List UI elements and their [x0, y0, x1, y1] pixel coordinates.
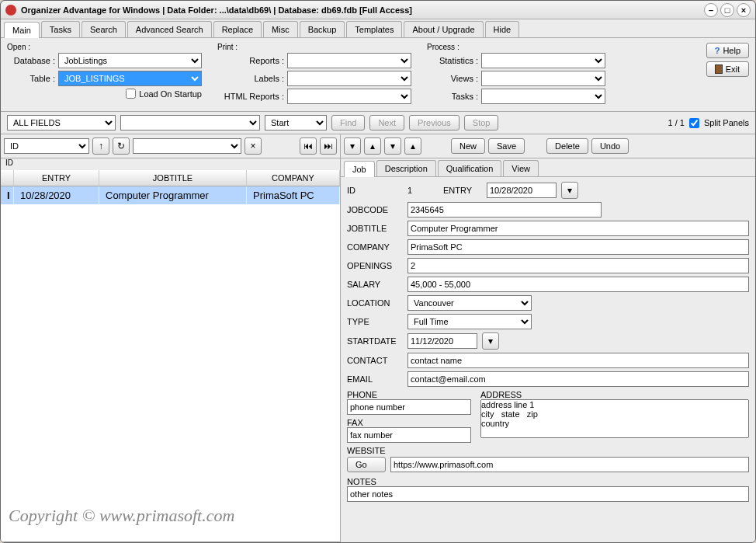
refresh-button[interactable]: ↻ [113, 137, 130, 155]
new-button[interactable]: New [451, 138, 485, 154]
tab-misc[interactable]: Misc [263, 21, 298, 37]
labels-select[interactable] [287, 71, 411, 86]
startdate-picker[interactable]: ▾ [482, 332, 499, 350]
type-select[interactable]: Full Time [407, 314, 532, 329]
address-input[interactable] [480, 399, 749, 438]
sort-select[interactable]: ID [4, 138, 89, 154]
close-button[interactable]: × [737, 3, 751, 17]
contact-label: CONTACT [347, 356, 403, 365]
detail-tab-job[interactable]: Job [344, 161, 375, 177]
door-icon [715, 64, 723, 74]
tab-backup[interactable]: Backup [300, 21, 345, 37]
email-input[interactable] [407, 371, 749, 387]
fax-input[interactable] [347, 427, 471, 443]
find-button[interactable]: Find [331, 115, 365, 131]
startdate-input[interactable] [407, 333, 477, 349]
jobtitle-label: JOBTITLE [347, 224, 403, 233]
openings-input[interactable] [407, 258, 749, 273]
maximize-button[interactable]: □ [720, 3, 734, 17]
fields-select[interactable]: ALL FIELDS [7, 115, 116, 131]
sort-asc-button[interactable]: ↑ [92, 137, 109, 155]
tab-replace[interactable]: Replace [213, 21, 262, 37]
tab-main[interactable]: Main [4, 22, 40, 38]
app-icon [5, 5, 16, 16]
load-startup-checkbox[interactable] [126, 89, 136, 99]
company-input[interactable] [407, 239, 749, 255]
nav-last-button[interactable]: ⏭ [320, 137, 337, 155]
detail-tab-qualification[interactable]: Qualification [438, 160, 502, 176]
next-button[interactable]: Next [369, 115, 404, 131]
reports-select[interactable] [287, 53, 411, 68]
nav-first-button[interactable]: ⏮ [300, 137, 317, 155]
detail-tab-view[interactable]: View [503, 160, 539, 176]
cell-jobtitle: Computer Programmer [99, 186, 247, 204]
sort-sub-label: ID [1, 158, 340, 170]
sort2-select[interactable] [133, 138, 241, 154]
jobtitle-input[interactable] [407, 221, 749, 236]
salary-input[interactable] [407, 277, 749, 292]
reports-label: Reports : [217, 56, 284, 65]
collapse-button[interactable]: ▾ [344, 137, 361, 155]
titlebar: Organizer Advantage for Windows | Data F… [1, 1, 755, 19]
filter-mode-select[interactable]: Start [265, 115, 327, 131]
left-panel: ID ↑ ↻ × ⏮ ⏭ ID ENTRY JOBTITLE COMPANY I… [1, 134, 341, 543]
expand-button[interactable]: ▴ [404, 137, 421, 155]
col-entry[interactable]: ENTRY [14, 170, 99, 186]
clear-button[interactable]: × [244, 137, 262, 155]
move-down-button[interactable]: ▾ [384, 137, 401, 155]
fax-label: FAX [347, 418, 471, 427]
tab-advanced-search[interactable]: Advanced Search [127, 21, 212, 37]
entry-date-picker[interactable]: ▾ [561, 182, 578, 199]
email-label: EMAIL [347, 374, 403, 384]
tasks-select[interactable] [481, 89, 605, 104]
location-select[interactable]: Vancouver [407, 295, 532, 311]
tab-tasks[interactable]: Tasks [41, 21, 80, 37]
database-label: Database : [7, 56, 55, 65]
col-company[interactable]: COMPANY [247, 170, 340, 186]
labels-label: Labels : [217, 74, 284, 83]
minimize-button[interactable]: – [704, 3, 718, 17]
delete-button[interactable]: Delete [546, 138, 588, 154]
table-row[interactable]: I 10/28/2020 Computer Programmer PrimaSo… [1, 186, 340, 204]
split-panels-label: Split Panels [704, 118, 749, 127]
exit-button[interactable]: Exit [706, 61, 749, 77]
stats-select[interactable] [481, 53, 605, 68]
jobcode-input[interactable] [407, 202, 602, 218]
tab-hide[interactable]: Hide [485, 21, 520, 37]
help-button[interactable]: ?Help [706, 43, 749, 58]
tab-about-upgrade[interactable]: About / Upgrade [404, 21, 483, 37]
split-panels-checkbox[interactable] [689, 118, 699, 128]
stats-label: Statistics : [427, 56, 478, 65]
tab-search[interactable]: Search [81, 21, 126, 37]
undo-button[interactable]: Undo [591, 138, 629, 154]
html-reports-select[interactable] [287, 89, 411, 104]
type-label: TYPE [347, 317, 403, 326]
contact-input[interactable] [407, 353, 749, 368]
filter-value-select[interactable] [120, 115, 260, 131]
main-split: ID ↑ ↻ × ⏮ ⏭ ID ENTRY JOBTITLE COMPANY I… [1, 134, 755, 543]
watermark: Copyright © www.primasoft.com [9, 506, 234, 526]
phone-input[interactable] [347, 399, 471, 415]
tab-templates[interactable]: Templates [346, 21, 402, 37]
notes-input[interactable] [347, 486, 749, 502]
entry-input[interactable] [487, 183, 557, 198]
previous-button[interactable]: Previous [409, 115, 459, 131]
detail-tab-description[interactable]: Description [376, 160, 436, 176]
stop-button[interactable]: Stop [464, 115, 499, 131]
table-select[interactable]: JOB_LISTINGS [58, 71, 202, 86]
page-info: 1 / 1 [668, 118, 685, 127]
database-select[interactable]: JobListings [58, 53, 202, 68]
views-select[interactable] [481, 71, 605, 86]
save-button[interactable]: Save [488, 138, 525, 154]
jobcode-label: JOBCODE [347, 205, 403, 214]
filter-bar: ALL FIELDS Start Find Next Previous Stop… [1, 112, 755, 134]
detail-tabs: JobDescriptionQualificationView [341, 158, 755, 177]
window-title: Organizer Advantage for Windows | Data F… [21, 5, 702, 15]
col-jobtitle[interactable]: JOBTITLE [99, 170, 247, 186]
load-startup-label: Load On Startup [139, 89, 202, 99]
openings-label: OPENINGS [347, 261, 403, 270]
right-panel-toolbar: ▾ ▴ ▾ ▴ New Save Delete Undo [341, 134, 755, 158]
website-go-button[interactable]: Go [347, 457, 386, 472]
website-input[interactable] [390, 457, 749, 472]
move-up-button[interactable]: ▴ [364, 137, 381, 155]
